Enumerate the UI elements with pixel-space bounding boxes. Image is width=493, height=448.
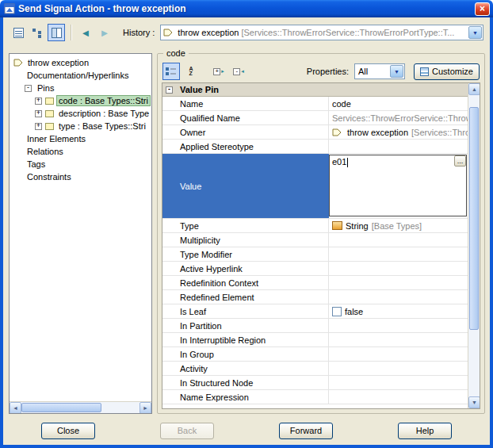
tree-item-documentation[interactable]: Documentation/Hyperlinks bbox=[10, 69, 151, 82]
top-toolbar: ◄ ► History : throw exception [Services:… bbox=[3, 17, 490, 48]
properties-dropdown-button[interactable]: ▼ bbox=[390, 65, 403, 78]
properties-label: Properties: bbox=[307, 67, 349, 76]
expand-icon[interactable] bbox=[35, 98, 42, 105]
expand-all-icon bbox=[213, 68, 220, 75]
type-value-cell[interactable]: String [Base Types] bbox=[329, 219, 468, 232]
multiplicity-value-cell[interactable] bbox=[329, 233, 468, 247]
form-view-button[interactable] bbox=[10, 24, 27, 41]
forward-arrow-icon: ► bbox=[100, 27, 110, 39]
send-signal-action-icon bbox=[13, 59, 23, 67]
tree-item-description-pin[interactable]: description : Base Type bbox=[10, 107, 151, 120]
tree-item-type-pin[interactable]: type : Base Types::Stri bbox=[10, 120, 151, 132]
section-header-value-pin[interactable]: Value Pin bbox=[162, 83, 468, 97]
back-arrow-icon: ◄ bbox=[81, 27, 91, 39]
text-caret bbox=[347, 158, 348, 167]
chevron-down-icon: ▼ bbox=[394, 69, 399, 75]
pin-icon bbox=[45, 110, 54, 117]
form-view-icon bbox=[13, 28, 24, 38]
categorized-view-icon bbox=[166, 67, 177, 76]
forward-history-button[interactable]: ► bbox=[96, 24, 113, 41]
name-value-cell[interactable]: code bbox=[329, 97, 468, 110]
is-leaf-checkbox[interactable] bbox=[332, 307, 342, 316]
collapse-all-button[interactable]: ◂ bbox=[230, 63, 247, 80]
send-signal-action-icon bbox=[163, 29, 173, 36]
redefinition-context-value-cell[interactable] bbox=[329, 276, 468, 289]
type-modifier-value-cell[interactable] bbox=[329, 247, 468, 261]
history-combobox[interactable]: throw exception [Services::ThrowErrorSer… bbox=[160, 25, 483, 40]
back-button: Back bbox=[160, 423, 214, 439]
tree-horizontal-scrollbar[interactable]: ◄ ► bbox=[10, 401, 151, 413]
scroll-left-icon[interactable]: ◄ bbox=[10, 402, 21, 414]
prop-row-type-modifier: Type Modifier bbox=[162, 247, 468, 262]
table-vertical-scrollbar[interactable]: ▲ ▼ bbox=[468, 83, 480, 408]
value-editor[interactable]: e01 bbox=[329, 155, 467, 216]
scroll-right-icon[interactable]: ► bbox=[139, 402, 151, 414]
history-value: throw exception [Services::ThrowErrorSer… bbox=[178, 28, 454, 37]
redefined-element-value-cell[interactable] bbox=[329, 290, 468, 304]
scrollbar-thumb[interactable] bbox=[21, 403, 101, 412]
main-area: throw exception Documentation/Hyperlinks… bbox=[3, 48, 490, 416]
expand-icon[interactable] bbox=[35, 110, 42, 117]
prop-row-in-group: In Group bbox=[162, 347, 468, 362]
toolbar-separator bbox=[71, 25, 71, 40]
activity-value-cell[interactable] bbox=[329, 362, 468, 375]
forward-button[interactable]: Forward bbox=[279, 423, 333, 439]
prop-row-name: Name code bbox=[162, 97, 468, 111]
applied-stereotype-value-cell[interactable] bbox=[329, 140, 468, 153]
properties-table-area: Value Pin Name code Qualified Name Servi… bbox=[162, 82, 480, 409]
pin-icon bbox=[45, 98, 54, 105]
properties-toolbar: ▸ ◂ Properties: All ▼ Customize bbox=[162, 60, 480, 82]
tree-item-inner-elements[interactable]: Inner Elements bbox=[10, 132, 151, 145]
prop-row-qualified-name: Qualified Name Services::ThrowErrorServi… bbox=[162, 111, 468, 125]
customize-button[interactable]: Customize bbox=[414, 63, 480, 80]
value-cell[interactable]: e01 ... bbox=[329, 154, 468, 218]
qualified-name-value-cell[interactable]: Services::ThrowErrorService::Throw... bbox=[329, 111, 468, 124]
collapse-all-icon bbox=[233, 68, 240, 75]
active-hyperlink-value-cell[interactable] bbox=[329, 262, 468, 275]
scroll-down-icon[interactable]: ▼ bbox=[468, 396, 480, 408]
pin-icon bbox=[45, 123, 54, 130]
prop-row-redefinition-context: Redefinition Context bbox=[162, 276, 468, 290]
in-partition-value-cell[interactable] bbox=[329, 319, 468, 332]
back-history-button[interactable]: ◄ bbox=[77, 24, 94, 41]
prop-row-type: Type String [Base Types] bbox=[162, 219, 468, 233]
send-signal-action-icon bbox=[332, 128, 342, 136]
sort-alphabetically-button[interactable] bbox=[182, 63, 200, 80]
scroll-up-icon[interactable]: ▲ bbox=[468, 83, 480, 95]
prop-row-multiplicity: Multiplicity bbox=[162, 233, 468, 247]
history-dropdown-button[interactable]: ▼ bbox=[468, 26, 482, 39]
properties-table: Value Pin Name code Qualified Name Servi… bbox=[162, 83, 468, 408]
owner-value-cell[interactable]: throw exception [Services::Thro... bbox=[329, 125, 468, 139]
name-expression-value-cell[interactable] bbox=[329, 390, 468, 404]
tree-item-code-pin[interactable]: code : Base Types::Stri bbox=[10, 94, 151, 107]
categorized-view-button[interactable] bbox=[162, 63, 180, 80]
close-button[interactable]: Close bbox=[41, 423, 95, 439]
value-ellipsis-button[interactable]: ... bbox=[454, 155, 466, 167]
button-bar: Close Back Forward Help bbox=[3, 416, 490, 445]
in-structured-node-value-cell[interactable] bbox=[329, 376, 468, 389]
scrollbar-thumb[interactable] bbox=[469, 107, 479, 330]
prop-row-owner: Owner throw exception [Services::Thro... bbox=[162, 125, 468, 140]
in-group-value-cell[interactable] bbox=[329, 347, 468, 361]
split-view-button[interactable] bbox=[48, 24, 65, 41]
collapse-icon[interactable] bbox=[25, 85, 32, 92]
window-title: Send Signal Action - throw exception bbox=[18, 3, 186, 14]
collapse-icon[interactable] bbox=[166, 86, 173, 94]
tree-item-pins[interactable]: Pins bbox=[10, 82, 151, 94]
is-leaf-value-cell[interactable]: false bbox=[329, 304, 468, 318]
in-interruptible-region-value-cell[interactable] bbox=[329, 333, 468, 347]
tree-item-tags[interactable]: Tags bbox=[10, 158, 151, 170]
tree-view-button[interactable] bbox=[29, 24, 46, 41]
group-title: code bbox=[163, 48, 189, 58]
expand-all-button[interactable]: ▸ bbox=[210, 63, 227, 80]
tree-item-throw-exception[interactable]: throw exception bbox=[10, 56, 151, 69]
title-bar[interactable]: Send Signal Action - throw exception × bbox=[0, 0, 493, 17]
tree-item-relations[interactable]: Relations bbox=[10, 145, 151, 158]
help-button[interactable]: Help bbox=[398, 423, 452, 439]
tree-item-constraints[interactable]: Constraints bbox=[10, 170, 151, 183]
expand-icon[interactable] bbox=[35, 123, 42, 130]
properties-filter-combobox[interactable]: All ▼ bbox=[354, 63, 405, 79]
prop-row-in-structured-node: In Structured Node bbox=[162, 376, 468, 390]
close-icon[interactable]: × bbox=[475, 2, 490, 16]
history-label: History : bbox=[123, 28, 155, 37]
